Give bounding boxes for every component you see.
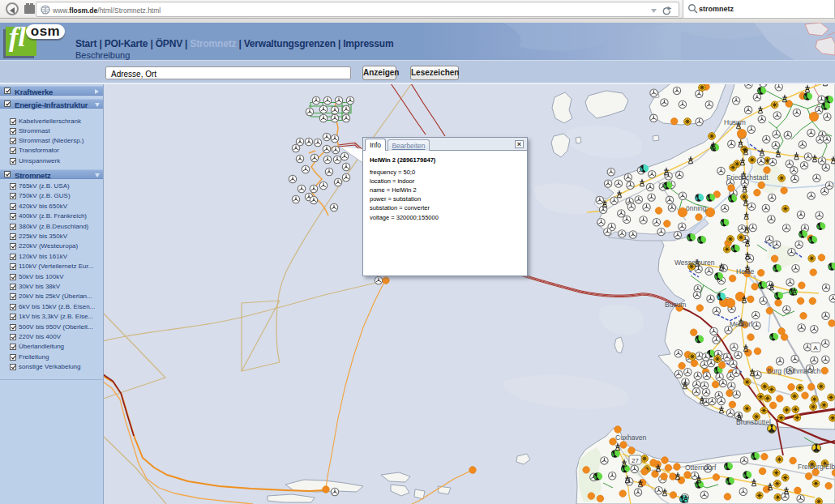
svg-text:Otterndorf: Otterndorf <box>685 463 717 472</box>
svg-text:Wesselburen: Wesselburen <box>674 258 715 267</box>
svg-text:Brunsbüttel: Brunsbüttel <box>736 418 771 426</box>
svg-text:Meldorf: Meldorf <box>730 320 753 328</box>
svg-text:27: 27 <box>632 457 639 464</box>
svg-text:Freiburg/Elbe: Freiburg/Elbe <box>798 463 835 471</box>
svg-text:Friedrichstadt: Friedrichstadt <box>726 173 769 182</box>
svg-text:önning: önning <box>686 204 707 212</box>
svg-text:Husum: Husum <box>724 118 746 126</box>
svg-text:Büsum: Büsum <box>665 301 686 309</box>
svg-text:Cuxhaven: Cuxhaven <box>615 434 647 442</box>
svg-text:Heide: Heide <box>736 267 754 275</box>
svg-text:A: A <box>813 344 818 352</box>
svg-text:Burg (Dithmarsch: Burg (Dithmarsch <box>767 367 820 375</box>
